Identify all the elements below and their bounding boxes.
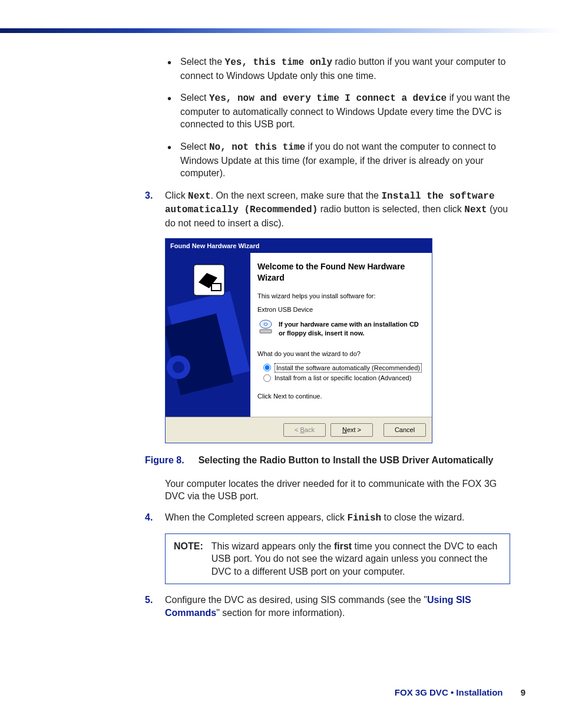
text: " section for more information). [216,608,345,618]
text-bold: first [334,541,352,551]
next-button[interactable]: Next > [330,423,373,437]
radio-install-auto[interactable]: Install the software automatically (Reco… [263,363,422,373]
wizard-main-panel: Welcome to the Found New Hardware Wizard… [250,253,432,417]
radio-label: Install from a list or specific location… [275,374,411,383]
cancel-button[interactable]: Cancel [384,423,426,437]
footer-title: FOX 3G DVC • Installation [395,687,503,697]
text: When the Completed screen appears, click [165,512,347,522]
radio-input[interactable] [263,374,271,382]
svg-point-9 [264,323,267,325]
option-bullet-list: Select the Yes, this time only radio but… [164,55,510,180]
wizard-device-name: Extron USB Device [257,305,422,314]
wizard-heading: Welcome to the Found New Hardware Wizard [257,261,422,284]
page-number: 9 [521,687,525,697]
list-item: Select Yes, now and every time I connect… [164,91,510,131]
list-item: Select the Yes, this time only radio but… [164,55,510,82]
step-3: 3. Click Next. On the next screen, make … [145,189,510,230]
inline-code: Yes, now and every time I connect a devi… [209,93,447,104]
text: Select [180,141,209,151]
text: to close the wizard. [381,512,464,522]
step-4: 4. When the Completed screen appears, cl… [145,511,510,525]
figure-label: Figure 8. [145,455,184,465]
step-number: 4. [145,511,153,524]
text: radio button is selected, then click [318,204,464,214]
figure-caption: Figure 8.Selecting the Radio Button to I… [145,454,510,467]
page-footer: FOX 3G DVC • Installation 9 [395,687,525,699]
text: Configure the DVC as desired, using SIS … [165,595,427,605]
wizard-side-graphic [166,253,250,417]
found-new-hardware-wizard: Found New Hardware Wizard [165,238,432,444]
svg-point-4 [173,361,184,373]
back-button: < Back [283,423,326,437]
figure-title: Selecting the Radio Button to Install th… [199,455,494,465]
list-item: Select No, not this time if you do not w… [164,140,510,180]
inline-code: No, not this time [209,142,305,153]
page-content: Select the Yes, this time only radio but… [145,55,510,628]
text: Select [180,93,209,103]
header-accent-bar [0,28,562,33]
wizard-continue-text: Click Next to continue. [257,392,422,401]
wizard-intro-text: This wizard helps you install software f… [257,292,422,301]
text: ack [305,426,315,433]
text: ext > [347,426,361,433]
step-5: 5. Configure the DVC as desired, using S… [145,594,510,619]
text: . On the next screen, make sure that the [211,190,382,200]
dialog-body: Welcome to the Found New Hardware Wizard… [166,253,432,417]
text: N [342,426,347,433]
text: B [300,426,305,433]
note-label: NOTE: [174,540,203,553]
wizard-cd-hint: If your hardware came with an installati… [257,319,422,338]
inline-code: Finish [347,513,381,523]
paragraph: Your computer locates the driver needed … [165,477,510,503]
wizard-cd-text: If your hardware came with an installati… [279,320,422,338]
wizard-button-row: < Back Next > Cancel [166,417,432,443]
note-box: NOTE: This wizard appears only the first… [165,533,510,585]
dialog-title-bar: Found New Hardware Wizard [166,239,432,253]
step-number: 3. [145,189,153,202]
inline-code: Yes, this time only [225,57,332,68]
text: Click [165,190,188,200]
wizard-radio-group: Install the software automatically (Reco… [263,363,422,383]
radio-label: Install the software automatically (Reco… [275,363,422,373]
note-text: This wizard appears only the first time … [211,540,501,578]
cd-icon [257,319,274,338]
inline-code: Next [188,191,210,202]
wizard-question: What do you want the wizard to do? [257,350,422,358]
radio-install-list[interactable]: Install from a list or specific location… [263,374,422,383]
svg-rect-10 [260,330,272,333]
text: This wizard appears only the [211,541,334,551]
text: Select the [180,57,225,67]
inline-code: Next [464,205,487,215]
radio-input[interactable] [263,364,271,371]
step-number: 5. [145,594,153,607]
text: < [295,426,300,433]
